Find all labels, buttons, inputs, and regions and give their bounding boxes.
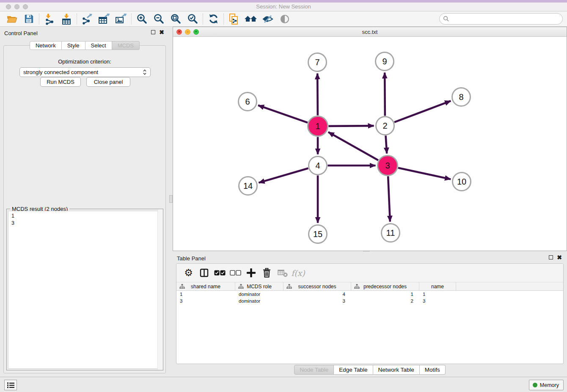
graph-edge-2-9[interactable] [385,72,385,116]
window-title: Session: New Session [0,3,567,10]
cell-predecessor-nodes[interactable]: 1 [351,291,419,298]
select-all-rows-icon[interactable] [212,265,228,281]
column-header-name[interactable]: name [419,282,456,291]
svg-text:11: 11 [386,228,395,237]
add-row-icon[interactable] [243,265,259,281]
graph-node-6[interactable]: 6 [239,93,257,111]
graph-edge-2-8[interactable] [394,101,451,122]
status-bar: Memory [0,377,567,392]
mcds-result-text[interactable]: 13 [8,211,162,369]
tab-select[interactable]: Select [85,41,112,50]
column-header-shared-name[interactable]: shared name [176,282,235,291]
hide-graphics-details-icon[interactable] [259,12,276,26]
home-icon[interactable] [242,12,259,26]
column-header-successor-nodes[interactable]: successor nodes [284,282,351,291]
graph-node-2[interactable]: 2 [376,117,394,135]
list-icon [7,382,15,389]
memory-status-icon [533,383,537,387]
cell-name[interactable]: 1 [419,291,456,298]
column-header-mcds-role[interactable]: MCDS role [235,282,284,291]
export-network-icon[interactable] [79,12,96,26]
zoom-fit-icon[interactable] [167,12,184,26]
close-panel-icon[interactable]: ✖ [159,30,164,34]
network-canvas[interactable]: 1234678910111415 [173,37,567,251]
column-header-predecessor-nodes[interactable]: predecessor nodes [351,282,419,291]
save-session-icon[interactable] [20,12,37,26]
close-table-panel-icon[interactable]: ✖ [557,255,562,259]
tab-node-table[interactable]: Node Table [294,365,334,375]
graph-edge-1-2[interactable] [328,126,374,126]
search-input[interactable] [451,15,562,23]
cell-mcds-role[interactable]: dominator [235,298,284,304]
import-network-icon[interactable] [41,12,58,26]
show-graphics-details-icon[interactable] [276,12,293,26]
svg-text:2: 2 [383,121,387,130]
graph-node-15[interactable]: 15 [309,225,327,243]
graph-edge-3-11[interactable] [388,176,390,221]
close-panel-button[interactable]: Close panel [86,77,130,87]
columns-icon[interactable] [196,265,212,281]
graph-node-1[interactable]: 1 [308,116,328,136]
cell-successor-nodes[interactable]: 4 [284,291,351,298]
cell-predecessor-nodes[interactable]: 2 [351,298,419,304]
graph-node-9[interactable]: 9 [376,52,394,71]
deselect-all-rows-icon[interactable] [228,265,243,281]
mcds-panel: Optimization criterion: strongly connect… [3,45,166,373]
svg-text:9: 9 [382,57,387,66]
float-panel-icon[interactable] [151,30,155,34]
graph-edge-4-14[interactable] [259,168,308,183]
cell-successor-nodes[interactable]: 3 [284,298,351,304]
vertical-splitter-grip[interactable] [169,195,173,203]
graph-edge-1-7[interactable] [317,73,318,115]
optimization-criterion-dropdown[interactable]: strongly connected component [19,67,151,77]
graph-edge-2-3[interactable] [385,135,387,153]
cell-shared-name[interactable]: 1 [176,291,235,298]
graph-node-3[interactable]: 3 [378,156,398,176]
tab-style[interactable]: Style [62,41,85,50]
export-image-icon[interactable] [113,12,129,26]
network-window-title: scc.txt [173,29,567,35]
open-session-icon[interactable] [3,12,20,26]
graph-node-11[interactable]: 11 [382,224,400,242]
table-settings-icon[interactable]: ⚙ [181,265,196,281]
svg-text:1: 1 [315,121,320,131]
share-document-icon[interactable] [226,12,242,26]
graph-node-10[interactable]: 10 [453,173,471,191]
table-panel: Table Panel ✖ ⚙ [173,252,567,377]
tab-edge-table[interactable]: Edge Table [334,365,373,375]
delete-row-icon[interactable] [259,265,275,281]
zoom-selected-icon[interactable] [184,12,201,26]
toolbar-separator [77,14,77,25]
task-history-button[interactable] [4,380,17,390]
application-window: Session: New Session [0,0,567,392]
table-toolbar: ⚙ f(x) [176,264,563,282]
run-mcds-button[interactable]: Run MCDS [40,77,81,87]
export-table-icon[interactable] [96,12,113,26]
zoom-in-icon[interactable] [133,12,150,26]
float-table-panel-icon[interactable] [549,255,553,259]
graph-edge-1-6[interactable] [258,105,308,123]
table-row[interactable]: 1dominator411 [176,291,563,298]
tab-network[interactable]: Network [30,41,62,50]
graph-node-8[interactable]: 8 [452,88,471,106]
import-table-icon[interactable] [58,12,75,26]
cell-mcds-role[interactable]: dominator [235,291,284,298]
mcds-result-scrollbar[interactable] [157,209,163,370]
tab-motifs[interactable]: Motifs [420,365,446,375]
refresh-layout-icon[interactable] [205,12,222,26]
graph-node-4[interactable]: 4 [309,157,327,175]
memory-button[interactable]: Memory [529,380,564,390]
graph-edge-3-1[interactable] [328,132,378,160]
graph-node-7[interactable]: 7 [308,53,327,72]
cell-name[interactable]: 3 [419,298,456,304]
zoom-out-icon[interactable] [150,12,167,26]
cell-shared-name[interactable]: 3 [176,298,235,304]
toolbar-search[interactable] [439,13,563,25]
table-row[interactable]: 3dominator323 [176,298,563,304]
window-titlebar: Session: New Session [0,0,567,11]
tab-network-table[interactable]: Network Table [373,365,420,375]
graph-node-14[interactable]: 14 [239,177,257,195]
dropdown-stepper-icon [143,69,147,75]
tab-mcds[interactable]: MCDS [112,41,140,50]
graph-edge-3-10[interactable] [398,168,451,179]
